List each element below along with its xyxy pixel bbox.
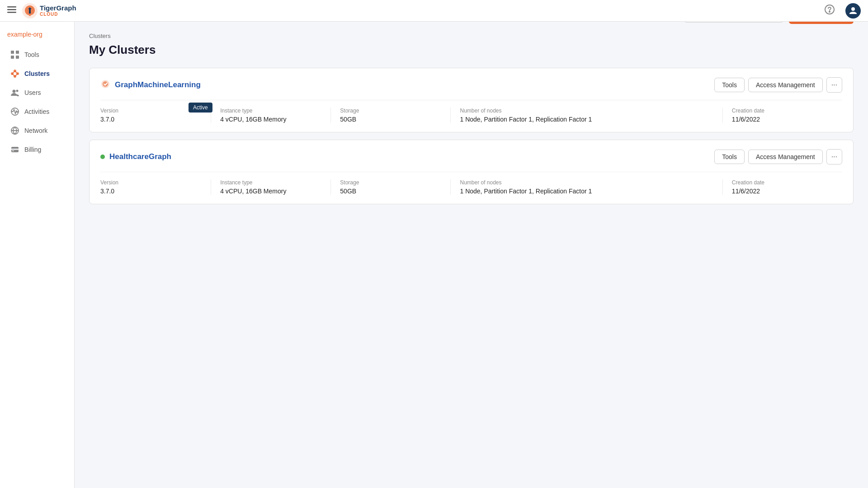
cluster-1-nodes-cell: Number of nodes 1 Node, Partition Factor… — [460, 108, 722, 123]
cluster-1-name-link[interactable]: GraphMachineLearning — [115, 80, 201, 89]
svg-rect-23 — [11, 149, 19, 150]
svg-line-14 — [12, 71, 15, 74]
billing-icon — [10, 145, 20, 155]
svg-line-15 — [15, 71, 18, 74]
cluster-1-actions: Tools Access Management ··· — [714, 77, 842, 93]
layout: example-org Tools — [0, 22, 868, 488]
main-content: Create Cluster Clusters My Clusters — [75, 22, 868, 488]
topbar: TigerGraph CLOUD — [0, 0, 868, 22]
org-label[interactable]: example-org — [0, 27, 74, 45]
svg-rect-9 — [16, 56, 19, 59]
cluster-1-instance-label: Instance type — [220, 108, 321, 114]
sidebar-item-activities[interactable]: Activities — [3, 102, 71, 121]
cluster-1-storage-label: Storage — [340, 108, 441, 114]
svg-rect-0 — [7, 6, 16, 8]
cluster-2-name-area: HealthcareGraph — [100, 152, 171, 161]
sidebar-item-billing[interactable]: Billing — [3, 140, 71, 159]
cluster-2-tools-button[interactable]: Tools — [714, 150, 745, 164]
cluster-2-name-link[interactable]: HealthcareGraph — [109, 152, 171, 161]
users-label: Users — [24, 89, 41, 96]
cluster-1-nodes-label: Number of nodes — [460, 108, 713, 114]
cluster-2-nodes-label: Number of nodes — [460, 179, 713, 186]
cluster-card-1: Active GraphMachineLearning Tools Access… — [89, 68, 854, 132]
cluster-2-instance-value: 4 vCPU, 16GB Memory — [220, 188, 321, 195]
svg-rect-7 — [16, 51, 19, 54]
billing-label: Billing — [24, 146, 41, 153]
svg-line-16 — [12, 74, 15, 76]
svg-point-5 — [829, 11, 830, 12]
cluster-1-access-button[interactable]: Access Management — [748, 78, 823, 92]
svg-rect-1 — [7, 9, 16, 10]
cluster-2-instance-label: Instance type — [220, 179, 321, 186]
network-icon — [10, 126, 20, 136]
menu-icon[interactable] — [7, 5, 16, 16]
svg-rect-2 — [7, 12, 16, 13]
cluster-1-instance-cell: Instance type 4 vCPU, 16GB Memory — [220, 108, 331, 123]
svg-rect-24 — [12, 150, 14, 151]
sidebar-item-network[interactable]: Network — [3, 121, 71, 140]
cluster-2-storage-label: Storage — [340, 179, 441, 186]
cluster-2-storage-cell: Storage 50GB — [340, 179, 451, 195]
tools-label: Tools — [24, 51, 39, 58]
cluster-2-nodes-cell: Number of nodes 1 Node, Partition Factor… — [460, 179, 722, 195]
cluster-2-creation-value: 11/6/2022 — [732, 188, 833, 195]
cluster-1-status-icon — [100, 79, 110, 89]
logo-text: TigerGraph CLOUD — [40, 5, 76, 17]
cluster-1-more-button[interactable]: ··· — [826, 77, 842, 93]
cluster-1-header: Active GraphMachineLearning Tools Access… — [100, 77, 842, 93]
svg-rect-6 — [11, 51, 14, 54]
logo-icon — [22, 3, 38, 19]
cluster-2-version-value: 3.7.0 — [100, 188, 202, 195]
cluster-2-creation-label: Creation date — [732, 179, 833, 186]
cluster-1-nodes-value: 1 Node, Partition Factor 1, Replication … — [460, 116, 713, 123]
sidebar-item-users[interactable]: Users — [3, 83, 71, 102]
sidebar-item-clusters[interactable]: Clusters — [3, 64, 71, 83]
clusters-icon — [10, 69, 20, 79]
svg-rect-8 — [11, 56, 14, 59]
cluster-1-storage-value: 50GB — [340, 116, 441, 123]
cluster-1-tools-button[interactable]: Tools — [714, 78, 745, 92]
cluster-2-instance-cell: Instance type 4 vCPU, 16GB Memory — [220, 179, 331, 195]
cluster-2-more-button[interactable]: ··· — [826, 149, 842, 164]
cluster-2-nodes-value: 1 Node, Partition Factor 1, Replication … — [460, 188, 713, 195]
svg-point-18 — [13, 90, 16, 93]
svg-point-27 — [103, 81, 108, 87]
cluster-1-instance-value: 4 vCPU, 16GB Memory — [220, 116, 321, 123]
tools-icon — [10, 50, 20, 60]
active-tooltip: Active — [189, 103, 212, 113]
search-box[interactable] — [684, 22, 783, 23]
cluster-2-status-dot — [100, 155, 105, 159]
create-cluster-button[interactable]: Create Cluster — [789, 22, 854, 24]
cluster-2-access-button[interactable]: Access Management — [748, 150, 823, 164]
help-icon[interactable] — [825, 5, 835, 17]
cluster-1-name-area: Active GraphMachineLearning — [100, 79, 201, 91]
page-wrapper: Create Cluster Clusters My Clusters — [89, 33, 854, 204]
breadcrumb: Clusters — [89, 33, 854, 39]
cluster-1-storage-cell: Storage 50GB — [340, 108, 451, 123]
cluster-2-actions: Tools Access Management ··· — [714, 149, 842, 164]
cluster-1-creation-label: Creation date — [732, 108, 833, 114]
activities-icon — [10, 107, 20, 117]
clusters-label: Clusters — [24, 70, 50, 77]
svg-point-19 — [16, 90, 19, 92]
cluster-2-info: Version 3.7.0 Instance type 4 vCPU, 16GB… — [100, 172, 842, 195]
activities-label: Activities — [24, 108, 49, 115]
users-icon — [10, 88, 20, 98]
cluster-2-version-label: Version — [100, 179, 202, 186]
cluster-2-header: HealthcareGraph Tools Access Management … — [100, 149, 842, 164]
top-right-controls: Create Cluster — [684, 22, 854, 24]
network-label: Network — [24, 127, 47, 134]
cluster-1-creation-value: 11/6/2022 — [732, 116, 833, 123]
cluster-1-creation-cell: Creation date 11/6/2022 — [732, 108, 842, 123]
page-title: My Clusters — [89, 43, 854, 57]
user-avatar[interactable] — [845, 3, 861, 19]
logo: TigerGraph CLOUD — [22, 3, 76, 19]
cluster-2-storage-value: 50GB — [340, 188, 441, 195]
cluster-1-version-value: 3.7.0 — [100, 116, 202, 123]
sidebar-item-tools[interactable]: Tools — [3, 45, 71, 64]
cluster-1-version-label: Version — [100, 108, 202, 114]
sidebar: example-org Tools — [0, 22, 75, 488]
cluster-2-version-cell: Version 3.7.0 — [100, 179, 211, 195]
cluster-card-2: HealthcareGraph Tools Access Management … — [89, 140, 854, 204]
svg-line-17 — [15, 74, 18, 76]
